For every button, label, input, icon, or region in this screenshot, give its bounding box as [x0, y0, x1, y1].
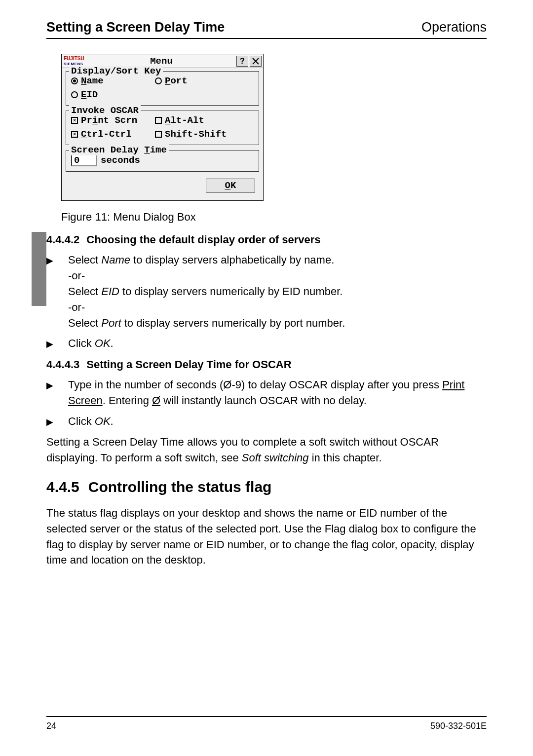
radio-icon — [155, 77, 162, 84]
checkbox-alt-alt[interactable]: Alt-Alt — [155, 115, 239, 126]
subsection-heading: 4.4.4.3Setting a Screen Delay Time for O… — [46, 358, 487, 371]
triangle-bullet-icon: ▶ — [46, 254, 53, 267]
section-heading: 4.4.5Controlling the status flag — [46, 479, 487, 495]
close-icon — [252, 58, 259, 65]
instruction-step: ▶ Click OK. — [46, 336, 487, 351]
delay-seconds-input[interactable]: 0 — [71, 154, 97, 166]
group-legend: Screen Delay Time — [69, 145, 169, 155]
body-paragraph: The status flag displays on your desktop… — [46, 505, 487, 568]
group-legend: Display/Sort Key — [69, 66, 163, 76]
checkbox-icon — [155, 117, 162, 124]
side-thumb-tab — [32, 232, 46, 306]
triangle-bullet-icon: ▶ — [46, 416, 53, 428]
group-screen-delay: Screen Delay Time 0 seconds — [66, 150, 259, 172]
radio-icon — [71, 91, 78, 98]
group-display-sort: Display/Sort Key Name Port — [66, 71, 259, 106]
help-button[interactable]: ? — [236, 56, 248, 67]
checkbox-icon — [71, 117, 78, 124]
checkbox-icon — [155, 131, 162, 138]
instruction-step: ▶ Select Name to display servers alphabe… — [46, 252, 487, 331]
header-section-title: Setting a Screen Delay Time — [46, 20, 225, 35]
radio-icon — [71, 77, 78, 84]
menu-dialog: FUJITSU SIEMENS Menu ? Display/Sort Key … — [61, 54, 264, 201]
checkbox-icon — [71, 131, 78, 138]
instruction-step: ▶ Type in the number of seconds (Ø-9) to… — [46, 377, 487, 409]
group-invoke-oscar: Invoke OSCAR Print Scrn Alt-Alt — [66, 111, 259, 145]
radio-name[interactable]: Name — [71, 76, 155, 86]
triangle-bullet-icon: ▶ — [46, 379, 53, 392]
instruction-step: ▶ Click OK. — [46, 414, 487, 429]
close-button[interactable] — [250, 56, 262, 67]
checkbox-shift-shift[interactable]: Shift-Shift — [155, 129, 239, 140]
radio-port[interactable]: Port — [155, 76, 239, 86]
document-number: 590-332-501E — [430, 721, 487, 731]
page-header: Setting a Screen Delay Time Operations — [46, 20, 487, 39]
checkbox-print-scrn[interactable]: Print Scrn — [71, 115, 155, 126]
dialog-title: Menu — [96, 56, 236, 67]
brand-logo: FUJITSU SIEMENS — [62, 56, 96, 66]
delay-unit-label: seconds — [101, 155, 140, 166]
triangle-bullet-icon: ▶ — [46, 338, 53, 350]
checkbox-ctrl-ctrl[interactable]: Ctrl-Ctrl — [71, 129, 155, 140]
subsection-heading: 4.4.4.2Choosing the default display orde… — [46, 233, 487, 246]
page-number: 24 — [46, 721, 56, 731]
body-paragraph: Setting a Screen Delay Time allows you t… — [46, 434, 487, 466]
header-chapter: Operations — [421, 20, 487, 35]
radio-eid[interactable]: EID — [71, 89, 155, 100]
group-legend: Invoke OSCAR — [69, 105, 141, 116]
figure-caption: Figure 11: Menu Dialog Box — [61, 211, 487, 224]
page-footer: 24 590-332-501E — [46, 716, 487, 731]
ok-button[interactable]: OK — [206, 179, 255, 192]
